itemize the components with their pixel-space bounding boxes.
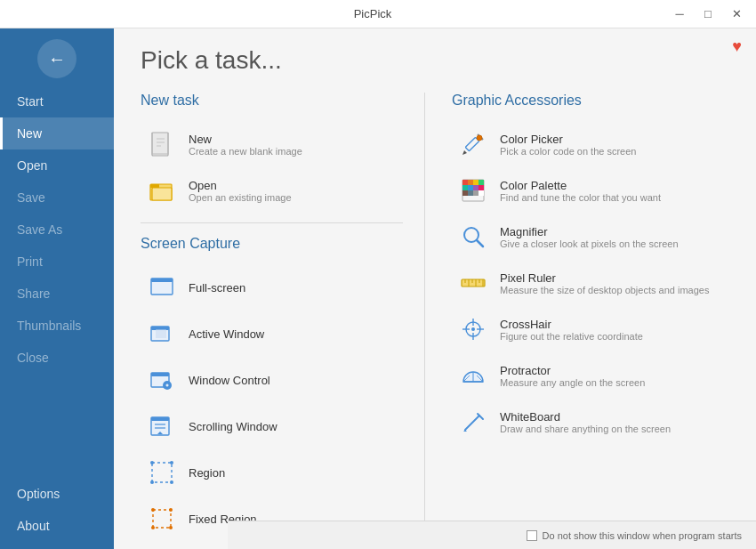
magnifier-name: Magnifier bbox=[500, 225, 679, 238]
open-task-desc: Open an existing image bbox=[189, 192, 292, 203]
whiteboard-name: WhiteBoard bbox=[500, 410, 671, 424]
sidebar-bottom: Options About bbox=[0, 478, 114, 549]
whiteboard-icon bbox=[457, 406, 489, 438]
svg-rect-13 bbox=[151, 373, 169, 376]
heart-icon: ♥ bbox=[732, 37, 742, 55]
svg-rect-45 bbox=[479, 185, 484, 190]
task-open[interactable]: Open Open an existing image bbox=[141, 167, 403, 214]
sidebar-item-options[interactable]: Options bbox=[0, 478, 114, 510]
task-region[interactable]: Region bbox=[141, 449, 403, 496]
main-content: ♥ Pick a task... New task bbox=[114, 28, 756, 549]
task-fullscreen[interactable]: Full-screen bbox=[141, 264, 403, 311]
fullscreen-name: Full-screen bbox=[189, 281, 245, 295]
color-palette-desc: Find and tune the color that you want bbox=[500, 192, 661, 203]
svg-rect-11 bbox=[156, 329, 166, 338]
protractor-icon bbox=[457, 359, 489, 392]
svg-point-22 bbox=[150, 461, 154, 464]
app-body: ← Start New Open Save Save As Print Shar… bbox=[0, 28, 756, 549]
new-task-desc: Create a new blank image bbox=[189, 146, 302, 157]
right-column: Graphic Accessories Color Picker Pick bbox=[425, 93, 729, 549]
svg-rect-26 bbox=[153, 510, 171, 528]
fixed-region-icon bbox=[146, 503, 178, 535]
active-window-icon bbox=[146, 318, 178, 350]
svg-point-64 bbox=[471, 327, 475, 331]
active-window-name: Active Window bbox=[189, 327, 264, 341]
pixel-ruler-name: Pixel Ruler bbox=[500, 271, 709, 285]
magnifier-icon bbox=[457, 221, 489, 253]
svg-rect-48 bbox=[473, 190, 479, 196]
back-button[interactable]: ← bbox=[37, 39, 76, 78]
task-active-window[interactable]: Active Window bbox=[141, 311, 403, 357]
sidebar-item-about[interactable]: About bbox=[0, 510, 114, 542]
task-whiteboard[interactable]: WhiteBoard Draw and share anything on th… bbox=[452, 399, 729, 445]
svg-rect-8 bbox=[151, 279, 173, 282]
window-control-icon bbox=[146, 364, 178, 396]
svg-rect-6 bbox=[152, 188, 172, 200]
task-scrolling-window[interactable]: Scrolling Window bbox=[141, 403, 403, 449]
svg-rect-41 bbox=[479, 180, 484, 185]
titlebar-title: PicPick bbox=[78, 7, 667, 20]
graphic-accessories-title: Graphic Accessories bbox=[452, 93, 729, 109]
crosshair-desc: Figure out the relative coordinate bbox=[500, 331, 643, 342]
page-title: Pick a task... bbox=[141, 46, 729, 75]
fullscreen-icon bbox=[146, 271, 178, 303]
region-name: Region bbox=[189, 466, 225, 480]
sidebar-item-save[interactable]: Save bbox=[0, 182, 114, 214]
titlebar-controls: ─ □ ✕ bbox=[667, 5, 749, 23]
color-palette-name: Color Palette bbox=[500, 179, 661, 192]
protractor-name: Protractor bbox=[500, 364, 645, 377]
svg-rect-42 bbox=[462, 185, 468, 190]
sidebar-item-thumbnails[interactable]: Thumbnails bbox=[0, 310, 114, 342]
sidebar: ← Start New Open Save Save As Print Shar… bbox=[0, 28, 114, 549]
sidebar-item-print[interactable]: Print bbox=[0, 246, 114, 278]
footer: Do not show this window when program sta… bbox=[228, 521, 756, 549]
sidebar-item-save-as[interactable]: Save As bbox=[0, 214, 114, 246]
new-task-name: New bbox=[189, 133, 302, 146]
svg-point-29 bbox=[151, 526, 155, 529]
back-icon: ← bbox=[48, 49, 66, 69]
favorite-heart[interactable]: ♥ bbox=[732, 37, 742, 56]
crosshair-name: CrossHair bbox=[500, 318, 643, 331]
scrolling-window-icon bbox=[146, 410, 178, 442]
svg-point-36 bbox=[477, 135, 482, 141]
sidebar-item-close[interactable]: Close bbox=[0, 342, 114, 374]
sidebar-item-start[interactable]: Start bbox=[0, 85, 114, 117]
sidebar-item-new[interactable]: New bbox=[0, 117, 114, 149]
sidebar-item-share[interactable]: Share bbox=[0, 278, 114, 310]
pixel-ruler-desc: Measure the size of desktop objects and … bbox=[500, 285, 709, 295]
task-color-picker[interactable]: Color Picker Pick a color code on the sc… bbox=[452, 121, 729, 167]
svg-point-28 bbox=[169, 508, 173, 512]
minimize-button[interactable]: ─ bbox=[667, 5, 692, 23]
sidebar-item-open[interactable]: Open bbox=[0, 149, 114, 182]
task-color-palette[interactable]: Color Palette Find and tune the color th… bbox=[452, 167, 729, 214]
svg-line-69 bbox=[465, 416, 479, 430]
columns: New task New Create a n bbox=[141, 93, 729, 549]
svg-rect-38 bbox=[462, 180, 468, 185]
protractor-desc: Measure any angle on the screen bbox=[500, 377, 645, 388]
scrolling-window-name: Scrolling Window bbox=[189, 420, 277, 433]
titlebar: PicPick ─ □ ✕ bbox=[0, 0, 756, 28]
magnifier-desc: Give a closer look at pixels on the scre… bbox=[500, 238, 679, 249]
svg-point-27 bbox=[151, 508, 155, 512]
window-control-name: Window Control bbox=[189, 374, 270, 387]
no-show-checkbox[interactable] bbox=[527, 530, 537, 541]
section-divider-1 bbox=[141, 222, 403, 223]
task-pixel-ruler[interactable]: Pixel Ruler Measure the size of desktop … bbox=[452, 260, 729, 306]
task-window-control[interactable]: Window Control bbox=[141, 357, 403, 403]
color-picker-desc: Pick a color code on the screen bbox=[500, 146, 636, 157]
svg-rect-39 bbox=[468, 180, 473, 185]
close-button[interactable]: ✕ bbox=[724, 5, 749, 23]
task-protractor[interactable]: Protractor Measure any angle on the scre… bbox=[452, 352, 729, 399]
svg-rect-40 bbox=[473, 180, 479, 185]
svg-point-23 bbox=[170, 461, 173, 464]
screen-capture-title: Screen Capture bbox=[141, 236, 403, 252]
task-magnifier[interactable]: Magnifier Give a closer look at pixels o… bbox=[452, 214, 729, 260]
maximize-button[interactable]: □ bbox=[696, 5, 720, 23]
svg-point-30 bbox=[169, 526, 173, 529]
svg-rect-43 bbox=[468, 185, 473, 190]
task-new[interactable]: New Create a new blank image bbox=[141, 121, 403, 167]
svg-point-24 bbox=[150, 480, 154, 484]
task-crosshair[interactable]: CrossHair Figure out the relative coordi… bbox=[452, 306, 729, 352]
color-palette-icon bbox=[457, 174, 489, 206]
svg-rect-47 bbox=[468, 190, 473, 196]
